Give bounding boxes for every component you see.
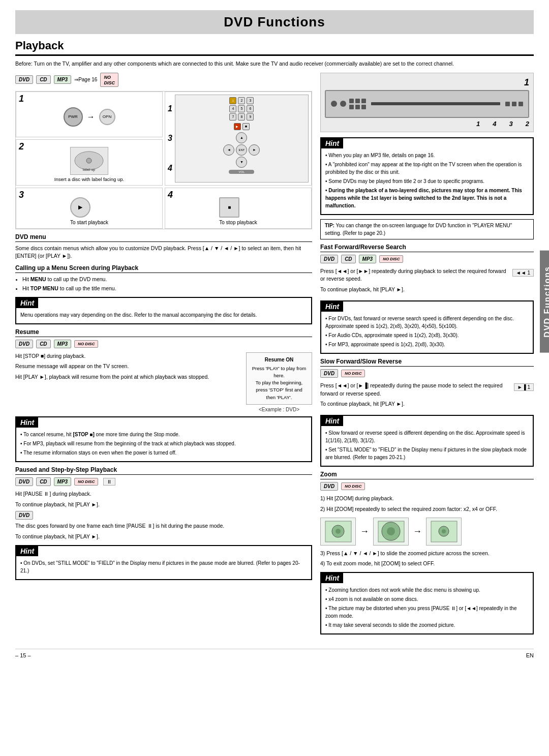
paused-text2: To continue playback, hit [PLAY ►]. xyxy=(15,501,312,509)
resume-cd-icon: CD xyxy=(36,340,50,348)
hint-resume-content: • To cancel resume, hit [STOP ■] one mor… xyxy=(16,428,311,461)
callout-1: 1 xyxy=(476,120,480,128)
remote-btn-3: 3 xyxy=(247,97,254,104)
right-column: 1 xyxy=(320,73,534,639)
step-3-text: To start playback xyxy=(70,220,108,225)
steps-grid: 1 PWR → OPN 2 xyxy=(15,91,312,229)
zoom-img-1 xyxy=(320,518,356,546)
paused-text3: The disc goes forward by one frame each … xyxy=(15,522,312,530)
hint-resume-box: Hint • To cancel resume, hit [STOP ■] on… xyxy=(15,416,312,462)
d-btn-3 xyxy=(361,99,366,103)
resume-area: Hit [STOP ■] during playback. Resume mes… xyxy=(15,352,312,412)
slow-text2: To continue playback, hit [PLAY ►]. xyxy=(320,400,508,408)
ff-cd-icon: CD xyxy=(341,255,355,263)
dvd-menu-text: Some discs contain menus which allow you… xyxy=(15,245,312,261)
svg-point-5 xyxy=(336,529,341,534)
paused-dvd-only: DVD xyxy=(15,511,312,520)
hint-slow-content: • Slow forward or reverse speed is diffe… xyxy=(321,426,533,466)
cd-icon: CD xyxy=(36,75,50,84)
zoom-nodisc-icon: NO DISC xyxy=(341,482,365,490)
hint-slow-box: Hint • Slow forward or reverse speed is … xyxy=(320,415,534,467)
resume-mp3-icon: MP3 xyxy=(54,340,72,348)
slow-text1: Press [◄◄] or [►▐] repeatedly during the… xyxy=(320,382,508,398)
dvd-functions-sidebar-label: DVD Functions xyxy=(540,251,549,353)
ff-nodisc-icon: NO DISC xyxy=(379,255,403,263)
zoom-arrow-2: → xyxy=(413,526,422,537)
remote-steps-box: 1 3 4 1 2 3 4 xyxy=(165,92,312,186)
step-2-number: 2 xyxy=(19,141,24,152)
paused-mp3-icon: MP3 xyxy=(54,477,72,486)
dr-btn-2 xyxy=(512,102,516,106)
hint-main-b4: During the playback of a two-layered dis… xyxy=(325,188,522,208)
step-4-text: To stop playback xyxy=(219,220,257,225)
hint-zoom-content: • Zooming function does not work while t… xyxy=(321,583,533,633)
d-btn-2 xyxy=(355,99,360,103)
calling-menu-bullets: Hit MENU to call up the DVD menu. Hit TO… xyxy=(15,276,312,293)
hint-zoom-box: Hint • Zooming function does not work wh… xyxy=(320,572,534,634)
fast-forward-disc-icons: DVD CD MP3 NO DISC xyxy=(320,255,534,263)
hint-fast-b2: For Audio CDs, approximate speed is 1(x2… xyxy=(328,332,459,338)
zoom-step3: 3) Press [▲ / ▼ / ◄ / ►] to slide the zo… xyxy=(320,550,534,558)
pause-indicator: ⏸ xyxy=(103,478,115,486)
hint-main-b2: A "prohibited icon" may appear at the to… xyxy=(325,162,522,175)
hint-menu-title: Hint xyxy=(16,298,38,308)
en-label: EN xyxy=(526,652,534,658)
hint-zoom-b1: Zooming function does not work while the… xyxy=(328,587,480,593)
hint-main-b3: Some DVDs may be played from title 2 or … xyxy=(328,178,484,184)
resume-nodisc-icon: NO DISC xyxy=(74,340,98,348)
section-title: Playback xyxy=(15,39,534,56)
step-3-box: 3 ▶ To start playback xyxy=(16,188,163,229)
slow-text-area: Press [◄◄] or [►▐] repeatedly during the… xyxy=(320,382,508,411)
remote-btn-left: ◄ xyxy=(223,144,234,156)
resume-box-text3: press 'STOP' first and then 'PLAY'. xyxy=(252,386,307,401)
device-knob-1 xyxy=(331,101,337,107)
paused-nodisc-icon: NO DISC xyxy=(74,478,98,486)
dr-btn-3 xyxy=(518,102,523,106)
hint-slow-title: Hint xyxy=(321,416,343,426)
svg-point-11 xyxy=(442,529,446,533)
remote-btn-enter: ENT xyxy=(236,144,247,156)
ff-dvd-icon: DVD xyxy=(320,255,338,263)
tip-text: You can change the on-screen language fo… xyxy=(325,223,512,236)
d-btn-1 xyxy=(349,99,354,103)
zoom-arrow-1: → xyxy=(360,526,369,537)
zoom-title: Zoom xyxy=(320,471,534,479)
zoom-img-2 xyxy=(373,518,409,546)
device-knob-2 xyxy=(340,101,346,107)
hint-menu-content: Menu operations may vary depending on th… xyxy=(16,308,311,323)
step-2-box: 2 label up Insert a disc with label faci… xyxy=(16,139,163,186)
hint-resume-b2: For MP3, playback will resume from the b… xyxy=(23,441,235,446)
step-2-text: Insert a disc with label facing up. xyxy=(54,176,124,182)
tip-label: TIP: xyxy=(325,223,334,228)
hint-resume-title: Hint xyxy=(16,417,38,428)
hint-paused-content: • On DVDs, set "STILL MODE" to "FIELD" i… xyxy=(16,556,311,579)
device-right-buttons xyxy=(505,102,523,106)
device-left-area xyxy=(331,99,366,109)
hint-resume-b1: To cancel resume, hit [STOP ■] one more … xyxy=(23,432,179,437)
resume-title: Resume xyxy=(15,328,312,337)
remote-btn-5: 5 xyxy=(238,105,245,112)
page-footer: – 15 – EN xyxy=(15,649,534,658)
step-1-box: 1 PWR → OPN xyxy=(16,92,163,137)
hint-paused-title: Hint xyxy=(16,546,38,556)
device-label-row: 1 xyxy=(325,77,529,88)
ff-indicator: ◄◄ 1 xyxy=(512,269,534,277)
zoom-images-row: → → xyxy=(320,518,534,546)
device-area: 1 xyxy=(320,73,534,132)
paused-title: Paused and Step-by-Step Playback xyxy=(15,466,312,475)
remote-btn-right: ► xyxy=(249,144,260,156)
dr-btn-1 xyxy=(505,102,510,106)
device-mockup xyxy=(325,90,529,118)
slow-forward-title: Slow Forward/Slow Reverse xyxy=(320,358,534,367)
remote-btn-9: 9 xyxy=(247,113,254,120)
callout-2: 2 xyxy=(526,120,529,128)
step-4-box: 4 ■ To stop playback xyxy=(165,188,312,229)
d-btn-5 xyxy=(355,105,360,109)
svg-point-1 xyxy=(86,158,92,163)
hint-zoom-title: Hint xyxy=(321,573,343,583)
intro-text: Before: Turn on the TV, amplifier and an… xyxy=(15,60,534,68)
resume-text3: Hit [PLAY ►], playback will resume from … xyxy=(15,373,240,381)
remote-btn-8: 8 xyxy=(238,113,245,120)
hint-main-content: • When you play an MP3 file, details on … xyxy=(321,148,533,214)
resume-box-text2: To play the beginning, xyxy=(252,379,307,386)
